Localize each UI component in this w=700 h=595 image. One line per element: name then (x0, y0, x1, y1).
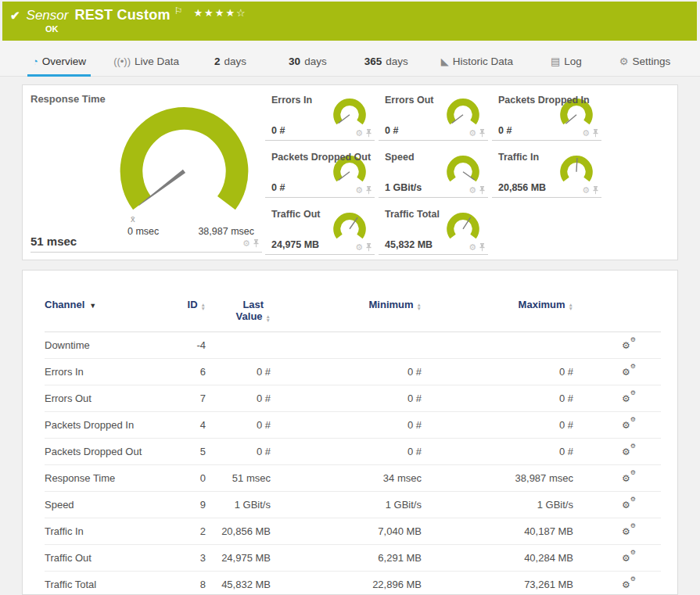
cell-actions: ⚙⚙ (573, 579, 662, 590)
priority-stars[interactable]: ★★★★☆ (193, 7, 246, 19)
gear-icon[interactable]: ⚙ (468, 129, 476, 138)
gauge-actions: ⚙ (582, 186, 599, 195)
tab-30-days[interactable]: 30days (284, 56, 332, 77)
gauge-icon: ◔ (32, 56, 38, 67)
gauge-cell-divider (492, 197, 601, 198)
column-header-minimum[interactable]: Minimum▲▼ (271, 299, 422, 310)
gauge-needle (138, 170, 185, 207)
tab-overview[interactable]: ◔Overview (27, 56, 91, 77)
gauge-title: Traffic In (498, 152, 539, 163)
gauge-title: Traffic Total (385, 209, 440, 220)
gear-icon[interactable]: ⚙ (355, 186, 363, 195)
channel-settings-icon[interactable]: ⚙⚙ (622, 499, 636, 511)
pin-icon[interactable] (479, 186, 486, 195)
cell-actions: ⚙⚙ (573, 339, 662, 351)
pin-icon[interactable] (479, 243, 486, 252)
gauge-arc (447, 156, 479, 181)
gear-icon[interactable]: ⚙ (355, 243, 363, 252)
tab-log[interactable]: ▤Log (546, 56, 587, 77)
tab-number: 2 (214, 56, 221, 67)
pin-icon[interactable] (592, 129, 599, 138)
pin-icon[interactable] (592, 186, 599, 195)
pin-icon[interactable] (253, 239, 260, 248)
cell-minimum: 6,291 MB (271, 552, 422, 564)
gauge-value: 24,975 MB (271, 239, 319, 250)
channel-settings-icon[interactable]: ⚙⚙ (622, 472, 636, 484)
gear-icon[interactable]: ⚙ (582, 129, 590, 138)
gear-icon[interactable]: ⚙ (468, 186, 476, 195)
gauges-panel: Response Time x̄ 0 msec 38,987 msec 51 m… (22, 84, 678, 260)
sort-desc-icon[interactable]: ▼ (89, 302, 96, 310)
cell-channel: Downtime (45, 339, 158, 351)
channel-settings-icon[interactable]: ⚙⚙ (622, 579, 636, 590)
gauge-cell: Errors In 0 # ⚙ (265, 91, 376, 148)
gauge-value: 0 # (271, 125, 285, 136)
table-row: Speed 9 1 GBit/s 1 GBit/s 1 GBit/s ⚙⚙ (45, 492, 661, 518)
channel-settings-icon[interactable]: ⚙⚙ (622, 366, 636, 378)
tab-365-days[interactable]: 365days (360, 56, 413, 77)
gauge-value: 0 # (271, 182, 285, 193)
cell-actions: ⚙⚙ (573, 552, 662, 564)
channel-settings-icon[interactable]: ⚙⚙ (622, 552, 636, 564)
cell-id: 5 (158, 446, 206, 457)
gauge-scale: 0 msec 38,987 msec (127, 226, 254, 237)
pin-icon[interactable] (365, 129, 372, 138)
priority-flag-icon[interactable]: ⚐ (174, 5, 183, 16)
gauge-actions: ⚙ (468, 129, 486, 138)
cell-id: 6 (158, 366, 206, 378)
status-badge: OK (10, 24, 697, 34)
column-header-last-value[interactable]: Last Value▲▼ (206, 299, 271, 322)
gauge-arc (447, 213, 479, 238)
table-row: Response Time 0 51 msec 34 msec 38,987 m… (45, 465, 661, 492)
cell-id: 8 (158, 579, 206, 590)
cell-channel: Speed (45, 499, 158, 511)
gear-icon[interactable]: ⚙ (355, 129, 363, 138)
gauge-title: Packets Dropped Out (271, 152, 371, 163)
gauge-cell-divider (379, 140, 488, 141)
gauge-cell: Errors Out 0 # ⚙ (379, 91, 490, 148)
gauge-arc (560, 156, 593, 181)
channel-table-body: Downtime -4 ⚙⚙ Errors In 6 0 # 0 # 0 # ⚙… (45, 332, 661, 595)
channel-settings-icon[interactable]: ⚙⚙ (622, 525, 636, 537)
cell-last-value: 20,856 MB (206, 525, 271, 537)
channels-panel: Channel▼ ID▲▼ Last Value▲▼ Minimum▲▼ Max… (22, 270, 678, 595)
column-header-channel[interactable]: Channel▼ (45, 299, 158, 310)
small-gauges-grid: Errors In 0 # ⚙ Errors Out 0 # ⚙ (265, 91, 605, 262)
tab-2-days[interactable]: 2days (210, 56, 251, 77)
table-row: Traffic Total 8 45,832 MB 22,896 MB 73,2… (45, 572, 661, 595)
gear-icon[interactable]: ⚙ (468, 243, 476, 252)
primary-gauge-title: Response Time (31, 93, 106, 105)
cell-last-value: 0 # (206, 366, 271, 378)
column-header-maximum[interactable]: Maximum▲▼ (422, 299, 573, 310)
tab-settings[interactable]: ⚙Settings (615, 56, 675, 77)
cell-last-value: 45,832 MB (206, 579, 271, 590)
channel-settings-icon[interactable]: ⚙⚙ (622, 446, 636, 457)
pin-icon[interactable] (365, 186, 372, 195)
cell-last-value: 0 # (206, 446, 271, 457)
primary-gauge: x̄ (104, 104, 264, 240)
column-header-id[interactable]: ID▲▼ (158, 299, 206, 310)
gauge-actions: ⚙ (582, 129, 599, 138)
cell-last-value: 24,975 MB (206, 552, 271, 564)
gauge-needle (339, 172, 350, 181)
pin-icon[interactable] (479, 129, 486, 138)
gauge-needle (463, 172, 475, 180)
gear-icon[interactable]: ⚙ (582, 186, 590, 195)
cell-minimum: 0 # (271, 446, 422, 457)
sort-icon[interactable]: ▲▼ (569, 303, 573, 310)
gauge-needle (339, 115, 350, 124)
cell-actions: ⚙⚙ (573, 419, 662, 431)
gear-icon[interactable]: ⚙ (242, 239, 250, 248)
cell-channel: Errors Out (45, 392, 158, 404)
sort-icon[interactable]: ▲▼ (266, 314, 271, 322)
channel-settings-icon[interactable]: ⚙⚙ (622, 392, 636, 404)
gauge-cell-divider (265, 140, 375, 141)
pin-icon[interactable] (365, 243, 372, 252)
table-row: Packets Dropped Out 5 0 # 0 # 0 # ⚙⚙ (45, 439, 661, 465)
channel-settings-icon[interactable]: ⚙⚙ (622, 339, 636, 351)
sensor-title-row: ✔ Sensor REST Custom ⚐ ★★★★☆ (10, 7, 697, 23)
tab-historic-data[interactable]: ◣Historic Data (436, 56, 518, 77)
tab-live-data[interactable]: ((•))Live Data (109, 56, 184, 77)
cell-minimum: 34 msec (271, 472, 422, 484)
channel-settings-icon[interactable]: ⚙⚙ (622, 419, 636, 431)
